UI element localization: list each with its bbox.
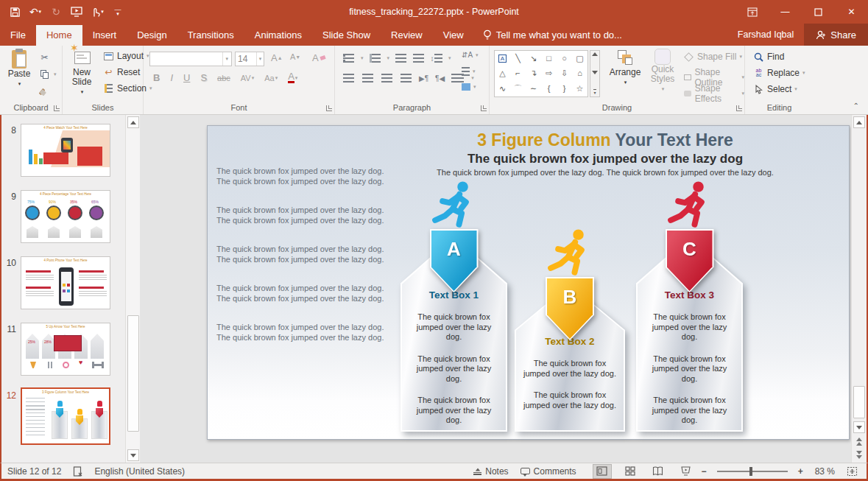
ltr-text-direction-button[interactable]: ▶¶ [419, 74, 428, 82]
decrease-indent-button[interactable] [395, 52, 407, 64]
shape-left-brace[interactable]: { [541, 80, 557, 96]
numbering-button[interactable] [369, 52, 381, 64]
clipboard-dialog-launcher[interactable] [54, 105, 60, 111]
zoom-slider[interactable] [717, 471, 788, 472]
ribbon-display-options-icon[interactable] [735, 0, 769, 24]
slide-indicator[interactable]: Slide 12 of 12 [1, 463, 67, 479]
shape-triangle[interactable]: △ [495, 66, 510, 80]
shape-elbow-arrow-connector[interactable]: ↴ [526, 66, 541, 80]
shape-curve[interactable]: ∼ [526, 80, 541, 96]
cut-button[interactable]: ✂ [38, 52, 51, 63]
touch-mouse-mode-icon[interactable]: ▾ [88, 3, 106, 21]
letter-badge[interactable]: A [430, 229, 479, 292]
letter-badge[interactable]: C [666, 229, 714, 292]
replace-button[interactable]: abacReplace▾ [752, 67, 805, 79]
paragraph-dialog-launcher[interactable] [481, 105, 487, 111]
undo-icon[interactable]: ↶▾ [27, 3, 44, 21]
tab-insert[interactable]: Insert [82, 25, 127, 46]
tab-view[interactable]: View [433, 25, 474, 46]
account-user-name[interactable]: Farshad Iqbal [738, 29, 794, 40]
scroll-down-button[interactable] [853, 421, 865, 433]
shape-rounded-rectangle[interactable]: ▢ [572, 51, 588, 66]
tab-transitions[interactable]: Transitions [177, 25, 244, 46]
previous-slide-button[interactable] [856, 438, 862, 446]
tab-animations[interactable]: Animations [244, 25, 312, 46]
thumbnail-slide-9[interactable]: 4 Piece Percentage Your Text Here 75% 90… [21, 190, 110, 243]
thumb-scroll-down[interactable] [127, 449, 139, 461]
shape-rectangle[interactable]: □ [541, 51, 557, 66]
shape-star[interactable]: ☆ [572, 80, 588, 96]
font-size-input[interactable] [236, 52, 256, 66]
zoom-in-button[interactable]: + [792, 463, 809, 479]
scroll-up-button[interactable] [853, 116, 865, 128]
tab-file[interactable]: File [0, 25, 36, 46]
slide-title-block[interactable]: 3 Figure Column Your Text Here The quick… [392, 130, 819, 177]
shape-pentagon[interactable]: ⌂ [572, 66, 588, 80]
grow-font-button[interactable]: A▲ [269, 52, 285, 63]
collapse-ribbon-icon[interactable]: ⌃ [853, 102, 859, 110]
scroll-thumb[interactable] [853, 386, 865, 418]
reset-button[interactable]: ↩Reset [102, 66, 140, 78]
underline-button[interactable]: U [181, 72, 192, 83]
normal-view-button[interactable] [593, 464, 612, 479]
text-direction-button[interactable]: ⇵A▾ [462, 51, 479, 59]
text-shadow-button[interactable]: S [198, 72, 209, 83]
slide-left-text-block[interactable]: The quick brown fox jumped over the lazy… [216, 166, 393, 362]
italic-button[interactable]: I [168, 72, 175, 83]
font-name-combo[interactable]: ▾ [149, 52, 232, 66]
customize-qat-icon[interactable]: —▾ [109, 3, 127, 21]
font-dialog-launcher[interactable] [326, 105, 332, 111]
slide-canvas[interactable]: 3 Figure Column Your Text Here The quick… [207, 125, 850, 440]
share-button[interactable]: Share [804, 24, 868, 46]
clear-formatting-button[interactable]: A [310, 52, 325, 63]
notes-button[interactable]: Notes [467, 463, 514, 479]
zoom-slider-thumb[interactable] [749, 467, 752, 476]
align-left-button[interactable] [342, 72, 355, 84]
increase-indent-button[interactable] [412, 52, 425, 64]
figure-column-a[interactable]: A Text Box 1 The quick brown fox jumped … [401, 236, 507, 432]
slide-sorter-view-button[interactable] [621, 464, 640, 479]
spelling-check-icon[interactable] [67, 463, 88, 479]
vertical-scrollbar[interactable] [851, 115, 867, 463]
maximize-button[interactable] [802, 0, 835, 24]
convert-to-smartart-button[interactable]: ▾ [462, 83, 476, 91]
bullets-button[interactable] [342, 52, 355, 64]
shape-arc[interactable]: ⌒ [510, 80, 526, 96]
figure-column-c[interactable]: C Text Box 3 The quick brown fox jumped … [636, 236, 743, 432]
tell-me-box[interactable]: Tell me what you want to do... [474, 25, 631, 46]
next-slide-button[interactable] [856, 451, 862, 459]
bold-button[interactable]: B [151, 72, 162, 83]
gallery-down-icon[interactable] [592, 71, 598, 74]
zoom-level[interactable]: 83 % [809, 463, 841, 479]
shape-text-box[interactable]: A [495, 51, 510, 66]
layout-button[interactable]: Layout▾ [102, 50, 149, 62]
language-indicator[interactable]: English (United States) [88, 463, 191, 479]
shape-scribble[interactable]: ∿ [495, 80, 510, 96]
comments-button[interactable]: Comments [515, 463, 582, 479]
justify-button[interactable] [400, 72, 412, 84]
align-text-button[interactable]: ▾ [462, 67, 476, 76]
zoom-out-button[interactable]: − [696, 463, 713, 479]
shape-elbow-connector[interactable]: ⌐ [510, 66, 526, 80]
drawing-dialog-launcher[interactable] [736, 105, 742, 111]
find-button[interactable]: Find [752, 51, 784, 63]
paste-button[interactable]: Paste▾ [4, 49, 34, 88]
card-text[interactable]: Text Box 2 The quick brown fox jumped ov… [522, 336, 618, 410]
letter-badge[interactable]: B [546, 277, 594, 340]
shrink-font-button[interactable]: A▼ [288, 52, 303, 61]
shapes-gallery-scroll[interactable]: ▾ [590, 50, 600, 97]
align-right-button[interactable] [381, 72, 393, 84]
character-spacing-button[interactable]: AV▾ [239, 74, 256, 82]
save-icon[interactable] [6, 3, 24, 21]
new-slide-button[interactable]: ✶ New Slide▾ [66, 49, 98, 96]
minimize-button[interactable]: — [769, 0, 802, 24]
select-button[interactable]: Select▾ [752, 83, 797, 95]
fit-slide-to-window-button[interactable] [841, 463, 864, 479]
font-color-button[interactable]: A▾ [286, 72, 300, 83]
shape-right-arrow[interactable]: ⇨ [541, 66, 557, 80]
tab-review[interactable]: Review [381, 25, 433, 46]
align-center-button[interactable] [361, 72, 374, 84]
shape-line[interactable]: ╲ [510, 51, 526, 66]
format-painter-button[interactable] [38, 85, 51, 97]
rtl-text-direction-button[interactable]: ¶◀ [435, 74, 445, 82]
